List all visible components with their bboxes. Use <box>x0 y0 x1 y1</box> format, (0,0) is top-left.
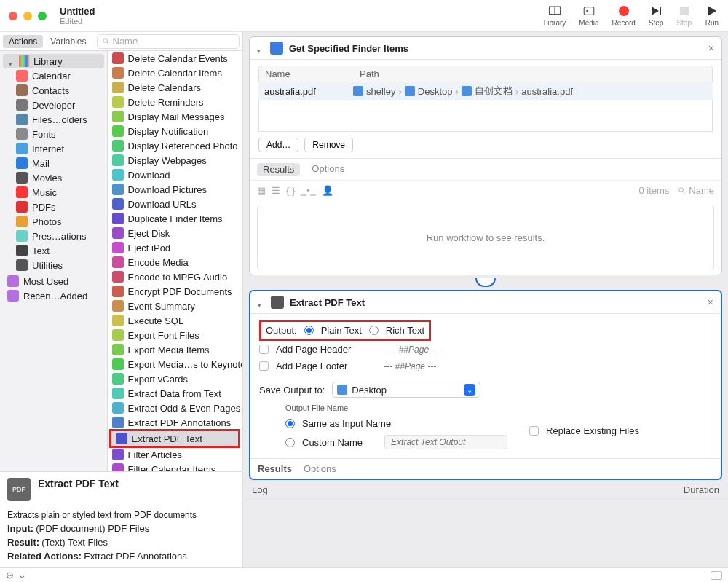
sidebar-item[interactable]: Calendar <box>0 68 107 83</box>
close-icon[interactable]: × <box>708 42 714 54</box>
action-icon <box>112 52 124 64</box>
action-item[interactable]: Delete Calendar Items <box>108 66 242 80</box>
chevron-down-icon[interactable]: ⌄ <box>18 570 26 581</box>
radio-plain-text[interactable] <box>304 326 314 335</box>
action-item[interactable]: Export Font Files <box>108 328 242 342</box>
info-title: Extract PDF Text <box>38 478 235 489</box>
action-item[interactable]: Encode to MPEG Audio <box>108 270 242 284</box>
action-item[interactable]: Download URLs <box>108 197 242 211</box>
table-row[interactable]: australia.pdf shelley› Desktop› 自创文档› au… <box>258 82 713 100</box>
action-item[interactable]: Export vCards <box>108 371 242 386</box>
action-item[interactable]: Display Referenced Photo <box>108 138 242 153</box>
action-item[interactable]: Delete Calendar Events <box>108 51 242 66</box>
results-empty-message: Run workflow to see results. <box>257 205 714 270</box>
footer-field[interactable] <box>384 361 494 371</box>
action-item[interactable]: Extract PDF Text <box>109 429 240 448</box>
remove-button[interactable]: Remove <box>304 138 353 152</box>
sidebar-item[interactable]: Most Used <box>0 274 107 288</box>
sidebar-item[interactable]: Utilities <box>0 258 107 272</box>
action-item[interactable]: Encode Media <box>108 255 242 270</box>
sidebar-item[interactable]: Mail <box>0 156 107 170</box>
slider-icon[interactable]: ⎯•⎯ <box>301 185 316 196</box>
action-item[interactable]: Export Media…s to Keynote <box>108 357 242 371</box>
close-icon[interactable] <box>9 12 17 20</box>
sidebar-item[interactable]: Fonts <box>0 127 107 141</box>
action-item[interactable]: Delete Reminders <box>108 95 242 109</box>
radio-custom-name[interactable] <box>285 438 295 447</box>
custom-name-field[interactable] <box>384 435 507 449</box>
sidebar-item[interactable]: PDFs <box>0 200 107 214</box>
sidebar-item[interactable]: Internet <box>0 141 107 156</box>
sidebar-item[interactable]: Movies <box>0 170 107 185</box>
media-button[interactable]: Media <box>579 4 598 27</box>
action-item[interactable]: Event Summary <box>108 299 242 313</box>
header-field[interactable] <box>387 345 497 355</box>
sidebar-item[interactable]: Music <box>0 185 107 200</box>
chevron-down-icon[interactable] <box>257 44 264 52</box>
sidebar-item[interactable]: Contacts <box>0 83 107 98</box>
actions-list[interactable]: Delete Calendar EventsDelete Calendar It… <box>108 51 242 471</box>
library-header[interactable]: Library <box>3 54 104 68</box>
record-button[interactable]: Record <box>612 4 636 27</box>
action-item[interactable]: Duplicate Finder Items <box>108 211 242 226</box>
person-icon[interactable]: 👤 <box>322 185 333 196</box>
action-item[interactable]: Encrypt PDF Documents <box>108 284 242 299</box>
chevron-down-icon[interactable] <box>258 299 265 306</box>
minimize-icon[interactable] <box>23 12 32 20</box>
category-icon <box>16 70 28 82</box>
checkbox-add-footer[interactable] <box>259 361 269 371</box>
zoom-icon[interactable] <box>38 12 47 20</box>
search-input[interactable]: Name <box>97 34 240 49</box>
media-icon <box>582 4 596 17</box>
action-item[interactable]: Execute SQL <box>108 313 242 328</box>
tab-options[interactable]: Options <box>304 463 336 474</box>
action-item[interactable]: Filter Articles <box>108 447 242 462</box>
action-item[interactable]: Delete Calendars <box>108 80 242 95</box>
tab-results[interactable]: Results <box>257 163 300 176</box>
tab-results[interactable]: Results <box>258 463 292 474</box>
checkbox-replace-existing[interactable] <box>529 426 539 436</box>
action-item[interactable]: Eject Disk <box>108 226 242 240</box>
braces-icon[interactable]: { } <box>286 185 295 196</box>
minus-icon[interactable]: ⊖ <box>6 570 14 581</box>
tab-variables[interactable]: Variables <box>44 35 92 48</box>
save-location-popup[interactable]: Desktop ⌄ <box>332 382 480 398</box>
run-button[interactable]: Run <box>705 4 719 27</box>
add-button[interactable]: Add… <box>258 138 298 152</box>
action-item[interactable]: Extract Data from Text <box>108 386 242 401</box>
svg-point-6 <box>679 188 684 192</box>
action-item[interactable]: Download <box>108 168 242 182</box>
tab-actions[interactable]: Actions <box>3 35 43 48</box>
step-button[interactable]: Step <box>649 4 664 27</box>
tab-options[interactable]: Options <box>312 163 344 176</box>
sidebar-item[interactable]: Photos <box>0 214 107 229</box>
action-item[interactable]: Download Pictures <box>108 182 242 197</box>
action-item[interactable]: Filter Calendar Items <box>108 462 242 471</box>
action-item[interactable]: Extract Odd & Even Pages <box>108 401 242 415</box>
action-icon <box>112 96 124 108</box>
list-view-icon[interactable]: ☰ <box>272 185 280 196</box>
action-item[interactable]: Display Webpages <box>108 153 242 168</box>
action-icon <box>112 140 124 152</box>
library-button[interactable]: Library <box>544 4 566 27</box>
bottom-pane-icon[interactable] <box>711 571 722 580</box>
sidebar-item[interactable]: Pres…ations <box>0 229 107 243</box>
sidebar-item[interactable]: Recen…Added <box>0 288 107 303</box>
action-item[interactable]: Display Notification <box>108 124 242 138</box>
action-item[interactable]: Display Mail Messages <box>108 109 242 124</box>
sidebar-item[interactable]: Files…olders <box>0 112 107 127</box>
action-item[interactable]: Export Media Items <box>108 342 242 357</box>
radio-same-name[interactable] <box>285 419 295 428</box>
action-icon <box>112 169 124 181</box>
radio-rich-text[interactable] <box>369 326 379 335</box>
sidebar-item[interactable]: Text <box>0 243 107 258</box>
grid-view-icon[interactable]: ▦ <box>257 185 266 196</box>
checkbox-add-header[interactable] <box>259 345 269 354</box>
stop-button[interactable]: Stop <box>676 4 692 27</box>
sidebar-item[interactable]: Developer <box>0 98 107 112</box>
category-icon <box>16 99 28 111</box>
action-item[interactable]: Extract PDF Annotations <box>108 415 242 430</box>
close-icon[interactable]: × <box>708 296 713 308</box>
action-item[interactable]: Eject iPod <box>108 240 242 255</box>
category-icon <box>16 186 28 198</box>
